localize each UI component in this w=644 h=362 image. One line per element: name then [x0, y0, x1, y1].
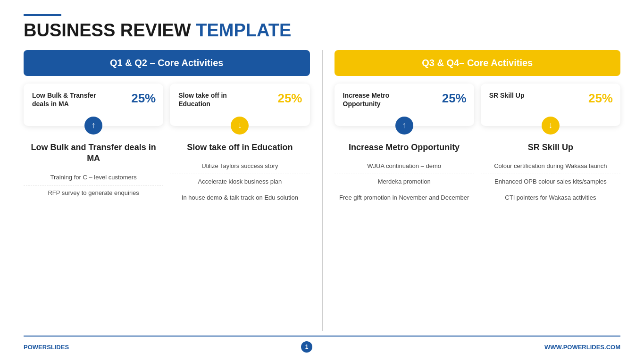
right-cards-row: Increase Metro Opportunity 25% ↑ SR Skil… — [335, 84, 621, 126]
header-accent-line — [24, 14, 61, 16]
left-sub-cols: Low Bulk and Transfer deals in MA Traini… — [24, 131, 310, 331]
right-sub-label-2: SR Skill Up — [481, 142, 620, 153]
footer-page-number: 1 — [301, 341, 312, 353]
list-item: Free gift promotion in November and Dece… — [335, 190, 474, 205]
list-item: Colour certification during Wakasa launc… — [481, 159, 620, 174]
footer-url: WWW.POWERLIDES.COM — [544, 344, 620, 351]
right-sub-col-1: Increase Metro Opportunity WJUA continua… — [335, 131, 474, 331]
title-black-part: BUSINESS REVIEW — [24, 20, 191, 40]
list-item: WJUA continuation – demo — [335, 159, 474, 174]
left-cards-row: Low Bulk & Transfer deals in MA 25% ↑ Sl… — [24, 84, 310, 126]
card-metro: Increase Metro Opportunity 25% ↑ — [335, 84, 474, 126]
card-low-bulk-title: Low Bulk & Transfer deals in MA — [32, 91, 112, 108]
card-sr-skill-icon: ↓ — [542, 117, 560, 135]
card-low-bulk-percent: 25% — [131, 91, 156, 106]
vertical-divider — [322, 50, 323, 331]
left-sub-label-1: Low Bulk and Transfer deals in MA — [24, 142, 163, 164]
left-column: Q1 & Q2 – Core Activities Low Bulk & Tra… — [24, 50, 310, 331]
list-item: Training for C – level customers — [24, 170, 163, 185]
left-items-list-2: Utilize Taylors success story Accelerate… — [170, 159, 309, 205]
right-section-header: Q3 & Q4– Core Activities — [335, 50, 621, 76]
main-content: Q1 & Q2 – Core Activities Low Bulk & Tra… — [24, 50, 620, 331]
page-title: BUSINESS REVIEW TEMPLATE — [24, 21, 620, 41]
header: BUSINESS REVIEW TEMPLATE — [24, 14, 620, 41]
footer-brand-blue: SLIDES — [47, 344, 69, 351]
card-low-bulk-icon: ↑ — [84, 117, 102, 135]
list-item: Merdeka promotion — [335, 174, 474, 190]
left-sub-col-2: Slow take off in Education Utilize Taylo… — [170, 131, 309, 331]
list-item: CTI pointers for Wakasa activities — [481, 190, 620, 205]
page: BUSINESS REVIEW TEMPLATE Q1 & Q2 – Core … — [0, 0, 644, 362]
list-item: Utilize Taylors success story — [170, 159, 309, 174]
card-metro-title: Increase Metro Opportunity — [343, 91, 423, 108]
card-sr-skill: SR Skill Up 25% ↓ — [481, 84, 620, 126]
footer-brand-black: POWER — [24, 344, 47, 351]
card-sr-skill-percent: 25% — [588, 91, 613, 106]
card-metro-icon: ↑ — [395, 117, 413, 135]
right-items-list-1: WJUA continuation – demo Merdeka promoti… — [335, 159, 474, 205]
list-item: Enhanced OPB colour sales kits/samples — [481, 174, 620, 190]
right-items-list-2: Colour certification during Wakasa launc… — [481, 159, 620, 205]
card-sr-skill-title: SR Skill Up — [489, 91, 569, 100]
left-items-list-1: Training for C – level customers RFP sur… — [24, 170, 163, 201]
right-sub-col-2: SR Skill Up Colour certification during … — [481, 131, 620, 331]
card-slow-takoff-icon: ↓ — [231, 117, 249, 135]
list-item: In house demo & talk track on Edu soluti… — [170, 190, 309, 205]
right-sub-cols: Increase Metro Opportunity WJUA continua… — [335, 131, 621, 331]
list-item: Accelerate kiosk business plan — [170, 174, 309, 190]
footer: POWERSLIDES 1 WWW.POWERLIDES.COM — [24, 336, 620, 353]
card-low-bulk: Low Bulk & Transfer deals in MA 25% ↑ — [24, 84, 163, 126]
card-metro-percent: 25% — [442, 91, 467, 106]
list-item: RFP survey to generate enquiries — [24, 185, 163, 201]
left-section-header: Q1 & Q2 – Core Activities — [24, 50, 310, 76]
right-sub-label-1: Increase Metro Opportunity — [335, 142, 474, 153]
right-column: Q3 & Q4– Core Activities Increase Metro … — [335, 50, 621, 331]
card-slow-takoff-title: Slow take off in Education — [178, 91, 258, 108]
card-slow-takoff: Slow take off in Education 25% ↓ — [170, 84, 309, 126]
card-slow-takoff-percent: 25% — [277, 91, 302, 106]
footer-brand: POWERSLIDES — [24, 344, 69, 351]
left-sub-col-1: Low Bulk and Transfer deals in MA Traini… — [24, 131, 163, 331]
left-sub-label-2: Slow take off in Education — [170, 142, 309, 153]
title-blue-part: TEMPLATE — [196, 20, 291, 40]
